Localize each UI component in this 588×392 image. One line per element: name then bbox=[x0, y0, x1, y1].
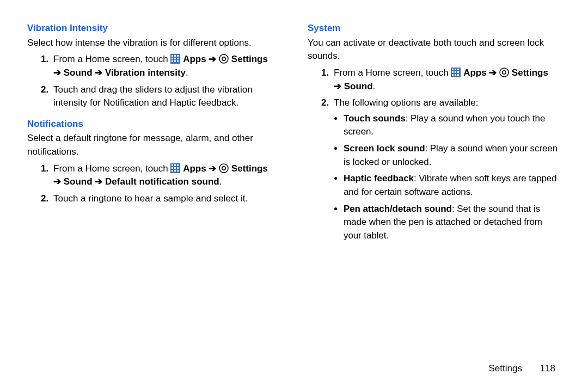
svg-rect-4 bbox=[171, 58, 173, 59]
list-item: Pen attach/detach sound: Set the sound t… bbox=[344, 203, 561, 243]
svg-rect-33 bbox=[457, 74, 459, 76]
svg-rect-8 bbox=[174, 60, 176, 62]
label-settings: Settings bbox=[512, 68, 548, 78]
svg-rect-21 bbox=[177, 170, 179, 171]
footer-page-number: 118 bbox=[540, 363, 555, 373]
step-item: Touch and drag the sliders to adjust the… bbox=[51, 83, 280, 110]
svg-rect-19 bbox=[171, 170, 173, 171]
steps-system: From a Home screen, touch Apps ➔ Setting… bbox=[308, 66, 561, 243]
arrow-icon: ➔ bbox=[334, 81, 341, 91]
settings-gear-icon bbox=[499, 68, 509, 77]
label-sound: Sound bbox=[61, 68, 95, 78]
option-title: Haptic feedback bbox=[344, 173, 414, 183]
settings-gear-icon bbox=[219, 54, 229, 64]
svg-point-35 bbox=[503, 71, 506, 74]
svg-point-11 bbox=[222, 57, 225, 60]
svg-rect-29 bbox=[455, 71, 456, 73]
list-item: Haptic feedback: Vibrate when soft keys … bbox=[344, 172, 561, 199]
svg-rect-27 bbox=[457, 69, 459, 70]
page-footer: Settings 118 bbox=[488, 362, 555, 376]
svg-rect-9 bbox=[177, 60, 179, 62]
svg-rect-2 bbox=[174, 55, 176, 57]
arrow-icon: ➔ bbox=[95, 68, 102, 78]
period: . bbox=[219, 176, 222, 187]
arrow-icon: ➔ bbox=[95, 176, 102, 187]
list-item: Touch sounds: Play a sound when you touc… bbox=[344, 112, 561, 139]
svg-rect-6 bbox=[177, 58, 179, 59]
option-title: Pen attach/detach sound bbox=[344, 204, 452, 214]
intro-vibration: Select how intense the vibration is for … bbox=[27, 36, 280, 50]
arrow-icon: ➔ bbox=[489, 68, 497, 78]
svg-rect-3 bbox=[177, 55, 179, 57]
step-item: From a Home screen, touch Apps ➔ Setting… bbox=[51, 53, 280, 79]
arrow-icon: ➔ bbox=[53, 68, 61, 78]
step-text: From a Home screen, touch bbox=[53, 54, 170, 64]
option-title: Screen lock sound bbox=[344, 143, 425, 154]
svg-rect-14 bbox=[174, 164, 176, 166]
svg-rect-31 bbox=[452, 74, 454, 76]
left-column: Vibration Intensity Select how intense t… bbox=[27, 22, 280, 250]
svg-rect-28 bbox=[452, 71, 454, 73]
step-text: From a Home screen, touch bbox=[53, 163, 170, 174]
intro-system: You can activate or deactivate both touc… bbox=[308, 36, 561, 63]
svg-rect-7 bbox=[171, 60, 173, 62]
step-text: From a Home screen, touch bbox=[334, 68, 451, 78]
label-default-notification-sound: Default notification sound bbox=[102, 176, 219, 187]
step-item: The following options are available: Tou… bbox=[332, 96, 561, 242]
arrow-icon: ➔ bbox=[209, 54, 216, 64]
settings-gear-icon bbox=[219, 163, 229, 173]
page-content: Vibration Intensity Select how intense t… bbox=[0, 0, 588, 250]
option-title: Touch sounds bbox=[344, 113, 406, 124]
label-sound: Sound bbox=[61, 176, 95, 187]
label-apps: Apps bbox=[183, 163, 209, 174]
list-item: Screen lock sound: Play a sound when you… bbox=[344, 142, 561, 169]
svg-rect-15 bbox=[177, 164, 179, 166]
svg-rect-25 bbox=[452, 69, 454, 70]
svg-rect-30 bbox=[457, 71, 459, 73]
steps-notifications: From a Home screen, touch Apps ➔ Setting… bbox=[27, 162, 280, 206]
label-sound: Sound bbox=[341, 81, 373, 91]
heading-vibration-intensity: Vibration Intensity bbox=[27, 22, 280, 35]
label-apps: Apps bbox=[463, 68, 489, 78]
svg-rect-13 bbox=[171, 164, 173, 166]
svg-rect-18 bbox=[177, 167, 179, 169]
options-list: Touch sounds: Play a sound when you touc… bbox=[334, 112, 561, 243]
apps-grid-icon bbox=[451, 68, 461, 77]
svg-rect-5 bbox=[174, 58, 176, 59]
intro-notifications: Select a default ringtone for message, a… bbox=[27, 132, 280, 158]
svg-rect-17 bbox=[174, 167, 176, 169]
period: . bbox=[186, 68, 188, 78]
apps-grid-icon bbox=[170, 54, 180, 64]
step-item: From a Home screen, touch Apps ➔ Setting… bbox=[332, 66, 561, 93]
step-item: Touch a ringtone to hear a sample and se… bbox=[51, 192, 280, 206]
svg-rect-26 bbox=[455, 69, 456, 70]
step-item: From a Home screen, touch Apps ➔ Setting… bbox=[51, 162, 280, 189]
label-vibration-intensity: Vibration intensity bbox=[102, 68, 186, 78]
apps-grid-icon bbox=[170, 163, 180, 173]
heading-notifications: Notifications bbox=[27, 118, 280, 131]
svg-rect-20 bbox=[174, 170, 176, 171]
period: . bbox=[373, 81, 376, 91]
right-column: System You can activate or deactivate bo… bbox=[308, 22, 561, 250]
svg-rect-16 bbox=[171, 167, 173, 169]
label-settings: Settings bbox=[231, 163, 268, 174]
steps-vibration: From a Home screen, touch Apps ➔ Setting… bbox=[27, 53, 280, 110]
arrow-icon: ➔ bbox=[53, 176, 61, 187]
label-settings: Settings bbox=[231, 54, 268, 64]
svg-point-10 bbox=[219, 54, 228, 63]
footer-section: Settings bbox=[488, 363, 522, 373]
svg-rect-32 bbox=[455, 74, 456, 76]
svg-point-22 bbox=[219, 164, 228, 173]
arrow-icon: ➔ bbox=[209, 163, 216, 174]
step-text: The following options are available: bbox=[334, 97, 479, 108]
svg-point-23 bbox=[222, 167, 225, 170]
svg-point-34 bbox=[500, 68, 509, 77]
heading-system: System bbox=[308, 22, 561, 35]
label-apps: Apps bbox=[183, 54, 209, 64]
svg-rect-1 bbox=[171, 55, 173, 57]
